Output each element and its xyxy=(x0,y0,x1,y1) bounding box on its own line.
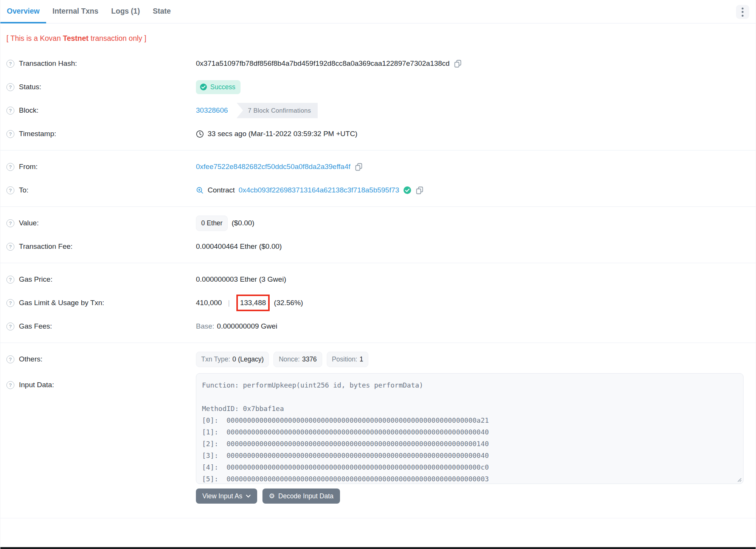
status-badge: Success xyxy=(196,80,241,94)
verified-check-icon xyxy=(403,186,411,194)
input-data-label: Input Data: xyxy=(19,381,54,389)
input-data-actions: View Input As ⚙ Decode Input Data xyxy=(196,489,756,504)
decode-input-data-label: Decode Input Data xyxy=(278,492,334,500)
row-gas-limit-usage: Gas Limit & Usage by Txn: 410,000 | 133,… xyxy=(0,291,756,315)
bottom-edge-bar xyxy=(0,547,756,549)
zoom-in-icon[interactable] xyxy=(196,186,204,194)
tab-overview[interactable]: Overview xyxy=(0,0,46,23)
copy-hash-button[interactable] xyxy=(453,59,462,68)
copy-to-address-button[interactable] xyxy=(415,186,424,195)
clock-icon xyxy=(196,130,204,138)
row-others: Others: Txn Type: 0 (Legacy) Nonce: 3376… xyxy=(0,347,756,371)
gas-fees-base-label: Base: xyxy=(196,322,214,330)
row-timestamp: Timestamp: 33 secs ago (Mar-11-2022 03:5… xyxy=(0,122,756,146)
tab-bar: Overview Internal Txns Logs (1) State xyxy=(0,0,756,23)
row-value: Value: 0 Ether ($0.00) xyxy=(0,211,756,235)
status-label: Status: xyxy=(19,83,41,91)
input-data-content: Function: performUpkeep(uint256 id, byte… xyxy=(202,379,739,484)
help-icon[interactable] xyxy=(6,107,14,115)
help-icon[interactable] xyxy=(6,60,14,68)
gas-fees-base-value: 0.000000009 Gwei xyxy=(217,322,278,330)
decode-input-data-button[interactable]: ⚙ Decode Input Data xyxy=(262,489,340,504)
timestamp-label: Timestamp: xyxy=(19,130,56,138)
transaction-hash-label: Transaction Hash: xyxy=(19,59,77,68)
txn-type-key: Txn Type: xyxy=(201,355,230,363)
view-input-as-button[interactable]: View Input As xyxy=(196,489,257,504)
row-block: Block: 30328606 7 Block Confirmations xyxy=(0,99,756,122)
copy-icon xyxy=(415,186,424,195)
gas-price-label: Gas Price: xyxy=(19,275,53,284)
testnet-notice: [ This is a Kovan Testnet transaction on… xyxy=(6,34,750,43)
from-label: From: xyxy=(19,163,38,171)
copy-icon xyxy=(453,59,462,68)
help-icon[interactable] xyxy=(6,299,14,307)
testnet-notice-post: transaction only ] xyxy=(88,34,146,42)
tab-internal-txns[interactable]: Internal Txns xyxy=(46,0,105,23)
row-status: Status: Success xyxy=(0,75,756,99)
position-badge: Position: 1 xyxy=(327,352,369,367)
value-badge: 0 Ether xyxy=(196,216,228,231)
testnet-notice-pre: [ This is a Kovan xyxy=(6,34,63,42)
gas-limit-separator: | xyxy=(226,299,232,307)
help-icon[interactable] xyxy=(6,243,14,251)
row-from: From: 0xfee7522e8482682cf50ddc50a0f8da2a… xyxy=(0,155,756,178)
gas-fees-label: Gas Fees: xyxy=(19,322,52,330)
value-label: Value: xyxy=(19,219,39,227)
help-icon[interactable] xyxy=(6,355,14,363)
gas-price-value: 0.000000003 Ether (3 Gwei) xyxy=(196,275,286,284)
txn-type-value: 0 (Legacy) xyxy=(233,355,264,363)
row-to: To: Contract 0x4cb093f226983713164a62138… xyxy=(0,178,756,202)
nonce-badge: Nonce: 3376 xyxy=(273,352,322,367)
help-icon[interactable] xyxy=(6,323,14,330)
kebab-icon xyxy=(742,8,744,9)
tab-logs[interactable]: Logs (1) xyxy=(105,0,146,23)
value-usd: ($0.00) xyxy=(231,219,254,227)
copy-icon xyxy=(354,163,363,171)
more-options-button[interactable] xyxy=(736,5,749,19)
resize-grip-icon[interactable] xyxy=(736,477,742,482)
divider xyxy=(0,518,756,518)
position-value: 1 xyxy=(360,355,363,363)
to-contract-word: Contract xyxy=(208,186,235,194)
nonce-key: Nonce: xyxy=(279,355,300,363)
row-input-data: Input Data: Function: performUpkeep(uint… xyxy=(0,371,756,484)
help-icon[interactable] xyxy=(6,276,14,284)
chevron-down-icon xyxy=(246,495,251,498)
tab-state[interactable]: State xyxy=(146,0,177,23)
help-icon[interactable] xyxy=(6,381,14,389)
row-gas-fees: Gas Fees: Base: 0.000000009 Gwei xyxy=(0,315,756,338)
transaction-hash-value: 0x371a51097fb78df856f8b4a7bd459f192d8cc8… xyxy=(196,59,450,68)
gas-used-percent: (32.56%) xyxy=(274,299,303,307)
gas-used-value-highlighted: 133,488 xyxy=(236,295,270,311)
row-transaction-fee: Transaction Fee: 0.000400464 Ether ($0.0… xyxy=(0,235,756,258)
help-icon[interactable] xyxy=(6,163,14,171)
help-icon[interactable] xyxy=(6,130,14,138)
gas-limit-value: 410,000 xyxy=(196,299,222,307)
block-label: Block: xyxy=(19,106,39,115)
copy-from-address-button[interactable] xyxy=(354,163,363,171)
transaction-fee-label: Transaction Fee: xyxy=(19,242,73,251)
txn-type-badge: Txn Type: 0 (Legacy) xyxy=(196,352,269,367)
block-number-link[interactable]: 30328606 xyxy=(196,106,228,115)
check-circle-icon xyxy=(200,83,207,91)
row-gas-price: Gas Price: 0.000000003 Ether (3 Gwei) xyxy=(0,268,756,291)
help-icon[interactable] xyxy=(6,83,14,91)
transaction-fee-value: 0.000400464 Ether ($0.00) xyxy=(196,242,282,251)
block-confirmations-badge: 7 Block Confirmations xyxy=(237,103,318,118)
testnet-notice-bold: Testnet xyxy=(63,34,88,42)
help-icon[interactable] xyxy=(6,219,14,227)
to-address-link[interactable]: 0x4cb093f226983713164a62138c3f718a5b595f… xyxy=(239,186,399,194)
nonce-value: 3376 xyxy=(302,355,317,363)
view-input-as-label: View Input As xyxy=(202,492,242,500)
gas-limit-label: Gas Limit & Usage by Txn: xyxy=(19,299,104,307)
status-badge-text: Success xyxy=(210,83,235,91)
position-key: Position: xyxy=(332,355,357,363)
help-icon[interactable] xyxy=(6,186,14,194)
gears-icon: ⚙ xyxy=(269,493,275,499)
from-address-link[interactable]: 0xfee7522e8482682cf50ddc50a0f8da2a39effa… xyxy=(196,163,351,171)
row-transaction-hash: Transaction Hash: 0x371a51097fb78df856f8… xyxy=(0,52,756,75)
others-label: Others: xyxy=(19,355,42,363)
to-label: To: xyxy=(19,186,28,194)
input-data-textarea[interactable]: Function: performUpkeep(uint256 id, byte… xyxy=(196,373,744,484)
timestamp-value: 33 secs ago (Mar-11-2022 03:59:32 PM +UT… xyxy=(208,130,357,138)
